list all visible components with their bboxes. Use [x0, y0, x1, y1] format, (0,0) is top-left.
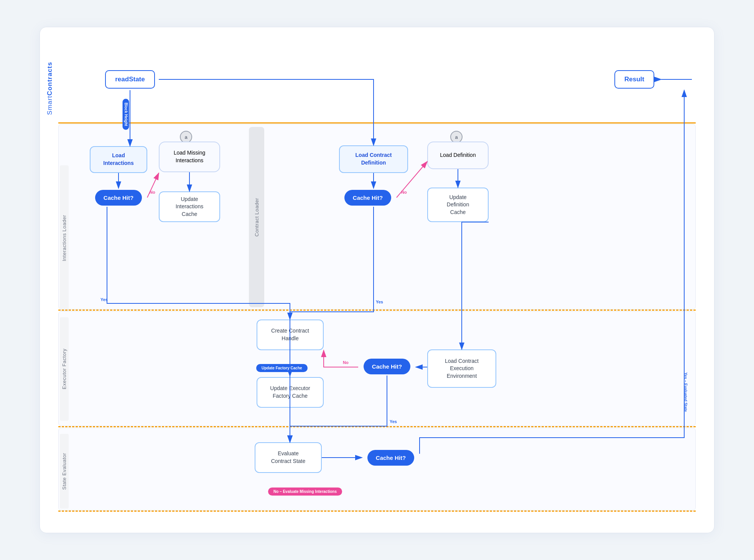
lane-label-evaluator: State Evaluator: [60, 434, 69, 509]
load-contract-exec-env-node: Load ContractExecutionEnvironment: [427, 349, 496, 388]
result-node: Result: [607, 69, 661, 90]
evaluate-contract-state-node: EvaluateContract State: [255, 442, 322, 473]
lane-label-executor: Executor Factory: [60, 317, 69, 421]
lane-evaluator-bg: [58, 428, 696, 511]
block-height-badge: Block Height: [123, 99, 129, 130]
load-definition-label: Load Definition: [427, 142, 489, 169]
result-label: Result: [614, 70, 654, 89]
update-definition-cache-label: UpdateDefinitionCache: [427, 188, 489, 222]
evaluate-contract-state-label: EvaluateContract State: [255, 442, 322, 473]
update-executor-factory-cache-label: Update ExecutorFactory Cache: [257, 377, 324, 408]
readstate-node: readState: [99, 69, 161, 90]
contract-loader-label: Contract Loader: [254, 198, 260, 237]
no-evaluate-missing-label: No – Evaluate Missing Interactions: [268, 488, 342, 496]
cache-hit-3-label: Cache Hit?: [364, 359, 410, 374]
orange-dashed-3: [58, 511, 696, 512]
create-contract-handle-node: Create ContractHandle: [257, 320, 324, 350]
orange-line-solid: [58, 122, 696, 124]
no-evaluate-missing-badge: No – Evaluate Missing Interactions: [268, 488, 342, 496]
update-interactions-cache-node: UpdateInteractionsCache: [159, 191, 220, 222]
lane-label-interactions: Interactions Loader: [60, 165, 69, 311]
load-contract-definition-node: Load ContractDefinition: [339, 145, 408, 173]
load-interactions-node: LoadInteractions: [90, 146, 147, 173]
cache-hit-1-label: Cache Hit?: [95, 190, 142, 206]
update-executor-factory-cache-node: Update ExecutorFactory Cache: [257, 377, 324, 408]
load-contract-exec-env-label: Load ContractExecutionEnvironment: [427, 349, 496, 388]
create-contract-handle-label: Create ContractHandle: [257, 320, 324, 350]
cache-hit-2-label: Cache Hit?: [344, 190, 391, 206]
cache-hit-2-node: Cache Hit?: [339, 188, 397, 207]
diagram-container: SmartContracts Interactions Loader Execu…: [40, 27, 714, 533]
orange-dashed-2: [58, 426, 696, 427]
block-height-label: Block Height: [123, 99, 129, 130]
load-missing-interactions-node: Load MissingInteractions: [159, 142, 220, 172]
load-definition-node: Load Definition: [427, 142, 489, 169]
cache-hit-4-node: Cache Hit?: [362, 448, 420, 467]
cache-hit-4-label: Cache Hit?: [367, 450, 414, 466]
update-factory-cache-badge: Update Factory Cache: [256, 364, 308, 372]
load-missing-interactions-label: Load MissingInteractions: [159, 142, 220, 172]
update-interactions-cache-label: UpdateInteractionsCache: [159, 191, 220, 222]
cache-hit-3-node: Cache Hit?: [358, 357, 416, 376]
readstate-label: readState: [105, 70, 155, 89]
smart-contracts-label: SmartContracts: [46, 62, 54, 115]
contract-loader-banner: Contract Loader: [249, 127, 264, 307]
load-contract-definition-label: Load ContractDefinition: [339, 145, 408, 173]
update-definition-cache-node: UpdateDefinitionCache: [427, 188, 489, 222]
update-factory-cache-label: Update Factory Cache: [256, 364, 308, 372]
orange-dashed-1: [58, 310, 696, 311]
load-interactions-label: LoadInteractions: [90, 146, 147, 173]
cache-hit-1-node: Cache Hit?: [90, 188, 147, 207]
